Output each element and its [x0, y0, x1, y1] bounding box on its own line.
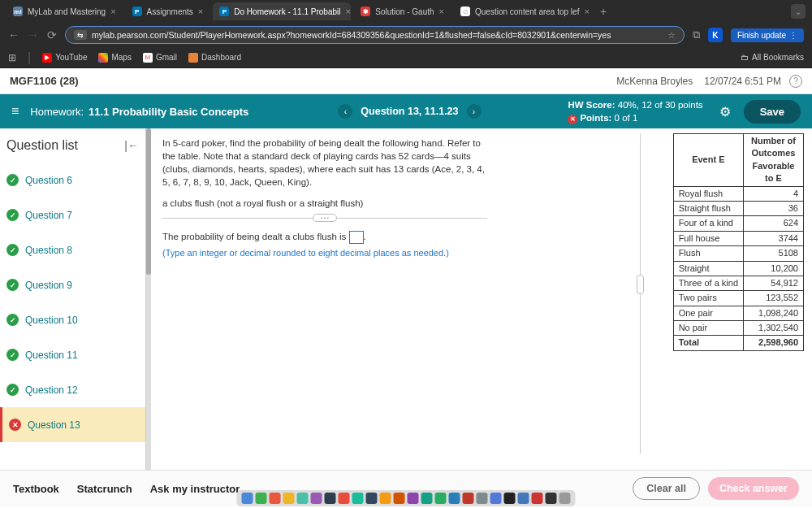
dock-app-icon[interactable]: [532, 493, 543, 504]
dock-app-icon[interactable]: [366, 493, 378, 504]
x-icon: ✕: [9, 419, 21, 431]
close-icon[interactable]: ×: [439, 7, 444, 16]
dock-app-icon[interactable]: [380, 493, 391, 504]
dock-app-icon[interactable]: [408, 493, 419, 504]
finish-update-button[interactable]: Finish update⋮: [731, 28, 804, 42]
question-item-label: Question 9: [25, 280, 72, 291]
bookmark-star-icon[interactable]: ☆: [667, 30, 676, 40]
question-indicator: Question 13, 11.1.23: [361, 106, 458, 117]
statcrunch-link[interactable]: Statcrunch: [77, 483, 132, 495]
extensions-icon[interactable]: ⧉: [693, 28, 700, 41]
textbook-link[interactable]: Textbook: [13, 483, 59, 495]
dock-app-icon[interactable]: [559, 493, 571, 504]
bookmark-youtube[interactable]: ▶YouTube: [42, 53, 87, 63]
next-question-button[interactable]: ›: [467, 104, 482, 119]
close-icon[interactable]: ×: [198, 7, 203, 16]
question-item[interactable]: ✓Question 6: [0, 163, 145, 198]
table-row: Royal flush4: [673, 186, 803, 201]
dock-app-icon[interactable]: [325, 493, 336, 504]
dock-app-icon[interactable]: [339, 493, 350, 504]
tab-mylab[interactable]: mlMyLab and Mastering×: [6, 2, 123, 20]
homework-label: Homework:: [30, 106, 84, 118]
course-header: MGF1106 (28) McKenna Broyles 12/07/24 6:…: [0, 68, 812, 94]
dock-app-icon[interactable]: [449, 493, 460, 504]
url-input[interactable]: ⇆mylab.pearson.com/Student/PlayerHomewor…: [65, 26, 685, 44]
tab-do-homework[interactable]: PDo Homework - 11.1 Probabil×: [213, 2, 351, 20]
table-row: Flush5108: [673, 246, 803, 261]
site-info-icon[interactable]: ⇆: [74, 30, 87, 40]
tab-assignments[interactable]: PAssignments×: [126, 2, 210, 20]
save-button[interactable]: Save: [744, 100, 801, 124]
dock-app-icon[interactable]: [256, 493, 267, 504]
vertical-divider-handle-icon[interactable]: ···: [637, 275, 644, 294]
dock-app-icon[interactable]: [270, 493, 281, 504]
question-item[interactable]: ✓Question 12: [0, 372, 145, 407]
dock-app-icon[interactable]: [504, 493, 516, 504]
check-answer-button[interactable]: Check answer: [708, 477, 799, 500]
dock-app-icon[interactable]: [463, 493, 474, 504]
question-nav: ‹ Question 13, 11.1.23 ›: [338, 104, 481, 119]
datetime: 12/07/24 6:51 PM: [704, 76, 781, 87]
bookmark-gmail[interactable]: MGmail: [143, 53, 177, 63]
address-bar: ← → ⟳ ⇆mylab.pearson.com/Student/PlayerH…: [0, 23, 812, 47]
tab-gauth[interactable]: ✱Solution - Gauth×: [354, 2, 451, 20]
table-row: No pair1,302,540: [673, 321, 803, 336]
ask-instructor-link[interactable]: Ask my instructor: [150, 483, 240, 495]
settings-icon[interactable]: ⚙: [719, 104, 731, 119]
question-item[interactable]: ✓Question 8: [0, 232, 145, 267]
dock-app-icon[interactable]: [352, 493, 364, 504]
prev-question-button[interactable]: ‹: [338, 104, 352, 119]
question-item[interactable]: ✕Question 13: [0, 407, 145, 442]
menu-icon[interactable]: ≡: [11, 104, 19, 119]
all-bookmarks-button[interactable]: 🗀All Bookmarks: [741, 53, 804, 62]
question-item-label: Question 8: [25, 245, 72, 256]
forward-button[interactable]: →: [28, 28, 39, 41]
check-icon: ✓: [6, 279, 19, 291]
dock-app-icon[interactable]: [546, 493, 557, 504]
question-item[interactable]: ✓Question 9: [0, 267, 145, 302]
close-icon[interactable]: ×: [584, 7, 589, 16]
question-sidebar: Question list |← ✓Question 6✓Question 7✓…: [0, 128, 146, 470]
close-icon[interactable]: ×: [110, 7, 115, 16]
bookmark-dashboard[interactable]: Dashboard: [188, 53, 241, 63]
dock-app-icon[interactable]: [518, 493, 529, 504]
dock-app-icon[interactable]: [435, 493, 447, 504]
dock-app-icon[interactable]: [394, 493, 405, 504]
reload-button[interactable]: ⟳: [47, 28, 57, 41]
help-icon[interactable]: ?: [789, 75, 802, 88]
profile-button[interactable]: K: [708, 28, 723, 42]
tab-question-content[interactable]: GQuestion content area top lef×: [454, 2, 592, 20]
answer-input[interactable]: [349, 231, 364, 244]
tab-overflow-icon[interactable]: ⌄: [791, 4, 806, 19]
check-icon: ✓: [6, 349, 19, 361]
clear-all-button[interactable]: Clear all: [633, 477, 700, 500]
bookmark-maps[interactable]: Maps: [98, 53, 131, 63]
collapse-sidebar-icon[interactable]: |←: [124, 139, 139, 152]
question-content: In 5-card poker, find the probability of…: [151, 128, 812, 470]
question-item[interactable]: ✓Question 11: [0, 337, 145, 372]
question-item[interactable]: ✓Question 7: [0, 198, 145, 232]
macos-dock[interactable]: [237, 490, 576, 506]
dock-app-icon[interactable]: [477, 493, 488, 504]
dock-app-icon[interactable]: [311, 493, 322, 504]
dock-app-icon[interactable]: [242, 493, 253, 504]
back-button[interactable]: ←: [8, 28, 19, 41]
folder-icon: 🗀: [741, 53, 749, 62]
dock-app-icon[interactable]: [421, 493, 433, 504]
question-item-label: Question 12: [25, 384, 78, 396]
question-item[interactable]: ✓Question 10: [0, 302, 145, 337]
check-icon: ✓: [6, 244, 19, 256]
question-item-label: Question 13: [28, 419, 80, 431]
apps-icon[interactable]: ⊞: [8, 52, 16, 63]
dock-app-icon[interactable]: [283, 493, 295, 504]
horizontal-divider: • • •: [162, 218, 487, 219]
probability-table: Event ENumber of Outcomes Favorable to E…: [673, 133, 804, 351]
dock-app-icon[interactable]: [297, 493, 309, 504]
x-icon: ✕: [568, 115, 577, 124]
divider-handle-icon[interactable]: • • •: [313, 214, 337, 222]
dock-app-icon[interactable]: [490, 493, 502, 504]
browser-tab-strip: mlMyLab and Mastering× PAssignments× PDo…: [0, 0, 812, 23]
close-icon[interactable]: ×: [345, 7, 350, 16]
table-total-row: Total2,598,960: [673, 336, 803, 350]
new-tab-button[interactable]: +: [595, 5, 611, 18]
